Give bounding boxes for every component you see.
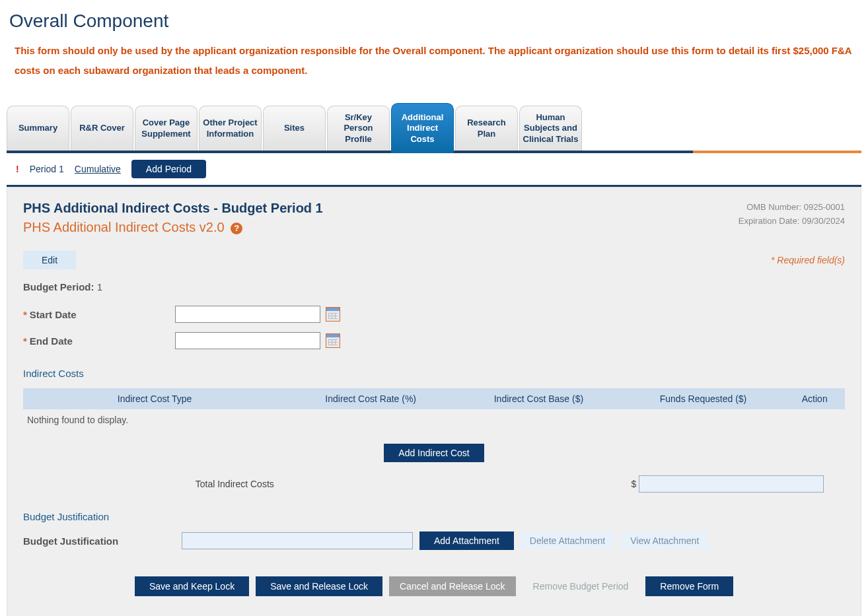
add-attachment-button[interactable]: Add Attachment [419, 531, 514, 550]
remove-budget-period-button: Remove Budget Period [523, 576, 639, 596]
end-date-label: *End Date [23, 335, 175, 347]
cumulative-link[interactable]: Cumulative [75, 164, 121, 174]
col-indirect-cost-rate: Indirect Cost Rate (%) [286, 388, 455, 409]
budget-period-display: Budget Period: 1 [23, 281, 845, 292]
tab-research-plan[interactable]: Research Plan [455, 106, 518, 151]
save-keep-lock-button[interactable]: Save and Keep Lock [135, 576, 249, 596]
tab-cover-page-supplement[interactable]: Cover Page Supplement [135, 106, 198, 151]
period-1-link[interactable]: Period 1 [30, 164, 64, 174]
save-release-lock-button[interactable]: Save and Release Lock [256, 576, 382, 596]
end-date-input[interactable] [175, 332, 320, 349]
add-period-button[interactable]: Add Period [131, 160, 206, 178]
tabs-row: Summary R&R Cover Cover Page Supplement … [7, 100, 861, 151]
budget-justification-header: Budget Justification [23, 511, 845, 522]
col-indirect-cost-type: Indirect Cost Type [23, 388, 286, 409]
help-icon[interactable]: ? [231, 222, 242, 234]
tab-other-project-information[interactable]: Other Project Information [199, 106, 262, 151]
add-indirect-cost-button[interactable]: Add Indirect Cost [384, 444, 484, 462]
col-funds-requested: Funds Requested ($) [622, 388, 785, 409]
form-panel: PHS Additional Indirect Costs - Budget P… [7, 187, 861, 616]
indirect-costs-header: Indirect Costs [23, 368, 845, 379]
alert-icon: ! [16, 164, 19, 174]
view-attachment-button: View Attachment [621, 531, 708, 550]
panel-subtitle: PHS Additional Indirect Costs v2.0 [23, 220, 225, 234]
expiration-date: Expiration Date: 09/30/2024 [739, 215, 845, 228]
omb-number: OMB Number: 0925-0001 [739, 201, 845, 215]
footer-buttons: Save and Keep Lock Save and Release Lock… [23, 576, 845, 596]
start-date-label: *Start Date [23, 309, 175, 320]
tab-sites[interactable]: Sites [263, 106, 326, 151]
tab-rr-cover[interactable]: R&R Cover [71, 106, 133, 151]
calendar-icon[interactable] [326, 333, 340, 348]
tab-additional-indirect-costs[interactable]: Additional Indirect Costs [391, 103, 454, 153]
tab-human-subjects-clinical-trials[interactable]: Human Subjects and Clinical Trials [519, 106, 582, 151]
dollar-sign: $ [632, 479, 637, 489]
col-indirect-cost-base: Indirect Cost Base ($) [455, 388, 622, 409]
form-warning-text: This form should only be used by the app… [15, 41, 861, 81]
cancel-release-lock-button[interactable]: Cancel and Release Lock [389, 576, 516, 596]
remove-form-button[interactable]: Remove Form [645, 576, 733, 596]
tab-sr-key-person-profile[interactable]: Sr/Key Person Profile [327, 106, 390, 151]
tab-summary[interactable]: Summary [7, 106, 69, 151]
col-action: Action [784, 388, 845, 409]
required-fields-note: * Required field(s) [771, 255, 845, 265]
delete-attachment-button: Delete Attachment [521, 531, 614, 550]
budget-justification-input[interactable] [182, 532, 413, 549]
page-title: Overall Component [9, 11, 861, 32]
calendar-icon[interactable] [326, 307, 340, 322]
budget-justification-label: Budget Justification [23, 535, 175, 547]
edit-button[interactable]: Edit [23, 251, 76, 269]
total-indirect-costs-input[interactable] [639, 475, 824, 493]
start-date-input[interactable] [175, 306, 320, 323]
panel-title: PHS Additional Indirect Costs - Budget P… [23, 201, 323, 216]
period-strip: ! Period 1 Cumulative Add Period [7, 153, 861, 185]
indirect-costs-table: Indirect Cost Type Indirect Cost Rate (%… [23, 388, 845, 409]
total-indirect-costs-label: Total Indirect Costs [23, 479, 632, 489]
table-empty-message: Nothing found to display. [23, 409, 845, 430]
